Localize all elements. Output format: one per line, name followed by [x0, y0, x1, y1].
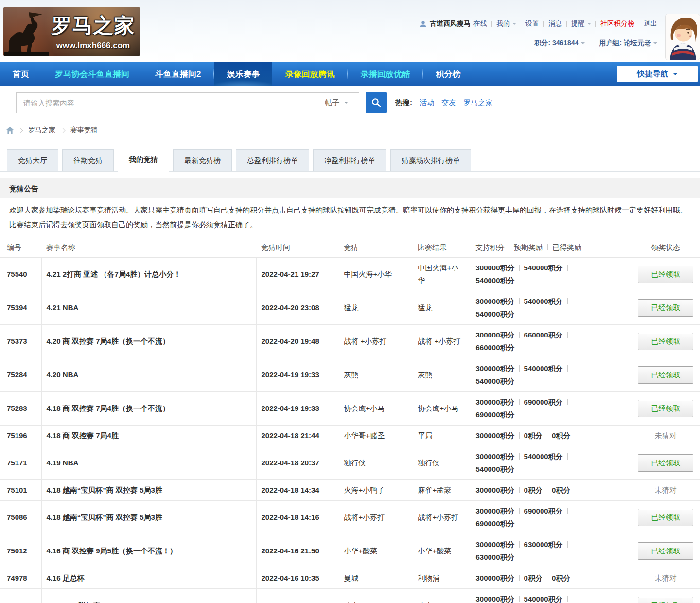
received-reward: 0积分 — [552, 574, 570, 582]
quick-nav-button[interactable]: 快捷导航 — [617, 66, 698, 82]
chevron-down-icon — [587, 23, 591, 27]
bet-pick: 小华哥+赌圣 — [339, 425, 413, 446]
match-result: 小华+酸菜 — [413, 534, 471, 568]
search-box: 帖子 — [16, 92, 359, 113]
nav-replay-tencent[interactable]: 录像回放腾讯 — [272, 62, 347, 86]
tab-past-bets[interactable]: 往期竞猜 — [62, 149, 114, 171]
points-cell: 300000积分0积分0积分 — [471, 568, 631, 588]
claim-status[interactable]: 已经领取 — [638, 542, 693, 560]
match-name: 4.20 商 双控赛 7局4胜（换一个不流） — [41, 324, 256, 358]
nav-home[interactable]: 首页 — [0, 62, 42, 86]
user-avatar[interactable] — [665, 14, 700, 60]
divider — [519, 508, 520, 514]
nav-entertainment-matches[interactable]: 娱乐赛事 — [214, 62, 272, 86]
claim-status[interactable]: 已经领取 — [638, 299, 693, 317]
claim-status[interactable]: 已经领取 — [638, 366, 693, 384]
tab-total-profit-ranking[interactable]: 总盈利排行榜单 — [236, 149, 309, 171]
match-id: 75012 — [0, 534, 41, 568]
claim-status[interactable]: 已经领取 — [638, 266, 693, 283]
points-dropdown[interactable]: 积分: 3461844 — [534, 39, 585, 48]
claim-status-cell: 已经领取 — [631, 324, 700, 358]
claim-status[interactable]: 已经领取 — [638, 333, 693, 350]
claim-status[interactable]: 已经领取 — [638, 400, 693, 417]
hot-link-friends[interactable]: 交友 — [441, 98, 456, 106]
breadcrumb-current[interactable]: 赛事竞猜 — [70, 126, 98, 135]
points-cell: 300000积分0积分0积分 — [471, 479, 631, 500]
logout-link[interactable]: 退出 — [644, 19, 657, 28]
support-points: 300000积分 — [476, 574, 515, 582]
usergroup-dropdown[interactable]: 用户组: 论坛元老 — [599, 39, 657, 48]
claim-status-cell: 已经领取 — [631, 500, 700, 534]
breadcrumb-forum[interactable]: 罗马之家 — [28, 126, 55, 135]
match-result: 麻雀+孟豪 — [413, 479, 471, 500]
claim-status: 未猜对 — [655, 574, 677, 582]
site-header: 罗马之家 www.lmxh666.com 古道西风瘦马 在线 我的 设置 消息 … — [0, 0, 700, 62]
col-expected-reward: 预期奖励 — [514, 243, 543, 251]
claim-status: 未猜对 — [655, 486, 677, 494]
table-row: 75012 4.16 商 双控赛 9局5胜（换一个不流！） 2022-04-16… — [0, 534, 700, 568]
hot-search: 热搜: 活动 交友 罗马之家 — [395, 98, 493, 107]
expected-reward: 540000积分 — [524, 297, 563, 305]
match-name: 4.18 商 双控赛 7局4胜 — [41, 425, 256, 446]
expected-reward: 690000积分 — [524, 398, 563, 406]
nav-leaderboard[interactable]: 积分榜 — [423, 62, 473, 86]
nav-douyu-live-room[interactable]: 罗马协会斗鱼直播间 — [42, 62, 142, 86]
claim-status-cell: 未猜对 — [631, 425, 700, 446]
claim-status[interactable]: 已经领取 — [638, 509, 693, 526]
hot-link-activity[interactable]: 活动 — [420, 98, 434, 106]
betting-tabs: 竞猜大厅 往期竞猜 我的竞猜 最新竞猜榜 总盈利排行榜单 净盈利排行榜单 猜赢场… — [0, 142, 700, 172]
divider — [519, 298, 520, 304]
site-logo[interactable]: 罗马之家 www.lmxh666.com — [3, 7, 140, 56]
match-result: 独行侠 — [413, 446, 471, 479]
divider — [567, 298, 568, 304]
divider — [592, 40, 592, 47]
col-match-name: 赛事名称 — [41, 238, 256, 257]
match-id: 75394 — [0, 291, 41, 324]
table-row: 74956 4.16 NBA附加赛 2022-04-15 23:02 骑士 骑士… — [0, 588, 700, 603]
announcement-panel: 竞猜公告 欢迎大家参加柒瑞论坛赛事竞猜活动。大家只需主竞猜页面填写自己支持的积分… — [0, 178, 700, 238]
search-bar: 帖子 热搜: 活动 交友 罗马之家 — [0, 86, 700, 120]
user-menu-my[interactable]: 我的 — [496, 19, 516, 28]
username-link[interactable]: 古道西风瘦马 — [430, 19, 471, 28]
claim-status[interactable]: 已经领取 — [638, 597, 693, 603]
bet-time: 2022-04-16 21:50 — [256, 534, 339, 568]
points-cell: 300000积分540000积分540000积分 — [471, 588, 631, 603]
logo-url: www.lmxh666.com — [48, 41, 138, 51]
points-cell: 300000积分540000积分540000积分 — [471, 446, 631, 479]
col-bet: 竞猜 — [339, 238, 413, 257]
tab-my-bets[interactable]: 我的竞猜 — [118, 147, 169, 172]
expected-reward: 0积分 — [524, 431, 542, 440]
expected-reward: 540000积分 — [524, 595, 563, 603]
tab-betting-hall[interactable]: 竞猜大厅 — [7, 149, 58, 171]
received-reward: 540000积分 — [476, 274, 626, 287]
received-reward: 0积分 — [552, 431, 570, 440]
breadcrumb-separator — [18, 128, 23, 133]
claim-status[interactable]: 已经领取 — [638, 454, 693, 472]
search-button[interactable] — [366, 92, 387, 113]
claim-status-cell: 未猜对 — [631, 479, 700, 500]
support-points: 300000积分 — [476, 452, 515, 461]
bet-pick: 灰熊 — [339, 358, 413, 391]
messages-link[interactable]: 消息 — [548, 19, 562, 28]
settings-link[interactable]: 设置 — [525, 19, 539, 28]
bet-pick: 独行侠 — [339, 446, 413, 479]
home-icon[interactable] — [6, 126, 14, 134]
search-input[interactable] — [17, 93, 314, 112]
quick-nav-label: 快捷导航 — [637, 69, 668, 79]
search-type-select[interactable]: 帖子 — [314, 92, 359, 113]
match-result: 平局 — [413, 425, 471, 446]
tab-net-profit-ranking[interactable]: 净盈利排行榜单 — [313, 149, 386, 171]
tab-latest-bets[interactable]: 最新竞猜榜 — [173, 149, 232, 171]
table-row: 74978 4.16 足总杯 2022-04-16 10:35 曼城 利物浦 3… — [0, 568, 700, 588]
table-row: 75171 4.19 NBA 2022-04-18 20:37 独行侠 独行侠 … — [0, 446, 700, 479]
tab-wins-ranking[interactable]: 猜赢场次排行榜单 — [390, 149, 471, 171]
col-points-group: 支持积分预期奖励已得奖励 — [471, 238, 631, 257]
community-leaderboard-link[interactable]: 社区积分榜 — [600, 19, 634, 28]
expected-reward: 540000积分 — [524, 264, 563, 272]
nav-replay-youku[interactable]: 录播回放优酷 — [348, 62, 422, 86]
alerts-link[interactable]: 提醒 — [571, 19, 591, 28]
hot-search-label: 热搜: — [395, 98, 412, 106]
hot-link-lmzj[interactable]: 罗马之家 — [464, 98, 493, 106]
nav-douyu-live-room-2[interactable]: 斗鱼直播间2 — [142, 62, 213, 86]
expected-reward: 0积分 — [524, 574, 542, 582]
